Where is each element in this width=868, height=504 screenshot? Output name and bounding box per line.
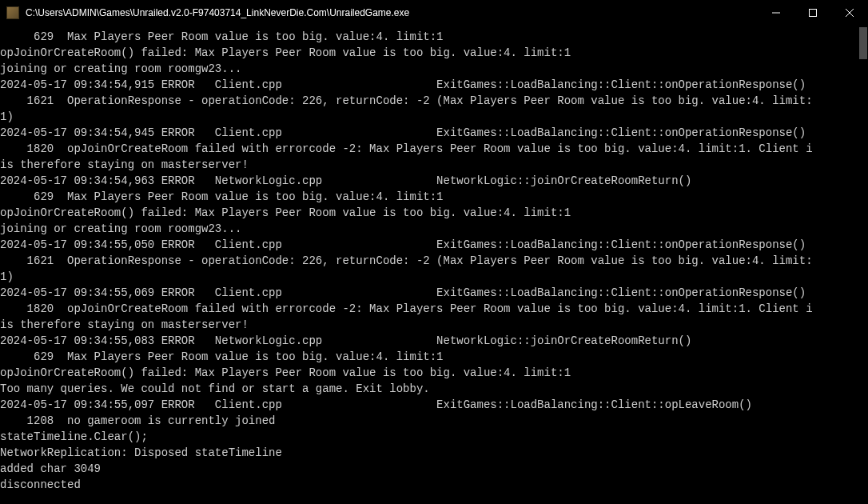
minimize-button[interactable] [758, 0, 794, 26]
console-line: opJoinOrCreateRoom() failed: Max Players… [0, 45, 868, 61]
console-line: NetworkReplication: Disposed stateTimeli… [0, 445, 868, 461]
close-icon [846, 9, 854, 17]
maximize-icon [809, 9, 817, 17]
console-line: 1820 opJoinOrCreateRoom failed with erro… [0, 141, 868, 157]
console-line: 1) [0, 269, 868, 285]
console-line: stateTimeline.Clear(); [0, 429, 868, 445]
console-output: 629 Max Players Peer Room value is too b… [0, 26, 868, 496]
console-line: 629 Max Players Peer Room value is too b… [0, 189, 868, 205]
scrollbar-thumb[interactable] [859, 27, 867, 59]
window-controls [758, 0, 868, 26]
console-line: opJoinOrCreateRoom() failed: Max Players… [0, 365, 868, 381]
console-line: 2024-05-17 09:34:54,963 ERROR NetworkLog… [0, 173, 868, 189]
console-line: is therefore staying on masterserver! [0, 157, 868, 173]
console-line: 629 Max Players Peer Room value is too b… [0, 349, 868, 365]
console-line: 1) [0, 109, 868, 125]
console-line: joining or creating room roomgw23... [0, 221, 868, 237]
console-line: 1621 OperationResponse - operationCode: … [0, 253, 868, 269]
console-line: 1621 OperationResponse - operationCode: … [0, 93, 868, 109]
console-line: added char 3049 [0, 461, 868, 477]
console-line: 1820 opJoinOrCreateRoom failed with erro… [0, 301, 868, 317]
console-line: 629 Max Players Peer Room value is too b… [0, 29, 868, 45]
console-line: opJoinOrCreateRoom() failed: Max Players… [0, 205, 868, 221]
console-line: 1208 no gameroom is currently joined [0, 413, 868, 429]
minimize-icon [772, 9, 780, 17]
console-line: joining or creating room roomgw23... [0, 61, 868, 77]
window-title: C:\Users\ADMIN\Games\Unrailed.v2.0-F9740… [26, 7, 758, 18]
console-line: 2024-05-17 09:34:55,097 ERROR Client.cpp… [0, 397, 868, 413]
console-line: is therefore staying on masterserver! [0, 317, 868, 333]
console-line: 2024-05-17 09:34:55,050 ERROR Client.cpp… [0, 237, 868, 253]
console-line: disconnected [0, 477, 868, 493]
maximize-button[interactable] [794, 0, 831, 26]
close-button[interactable] [831, 0, 868, 26]
vertical-scrollbar[interactable] [857, 26, 868, 504]
console-line: Too many queries. We could not find or s… [0, 381, 868, 397]
console-line: 2024-05-17 09:34:55,069 ERROR Client.cpp… [0, 285, 868, 301]
console-line: 2024-05-17 09:34:55,083 ERROR NetworkLog… [0, 333, 868, 349]
title-bar: C:\Users\ADMIN\Games\Unrailed.v2.0-F9740… [0, 0, 868, 26]
app-icon [6, 6, 19, 19]
console-line: 2024-05-17 09:34:54,915 ERROR Client.cpp… [0, 77, 868, 93]
svg-rect-1 [810, 10, 817, 17]
console-line: 2024-05-17 09:34:54,945 ERROR Client.cpp… [0, 125, 868, 141]
